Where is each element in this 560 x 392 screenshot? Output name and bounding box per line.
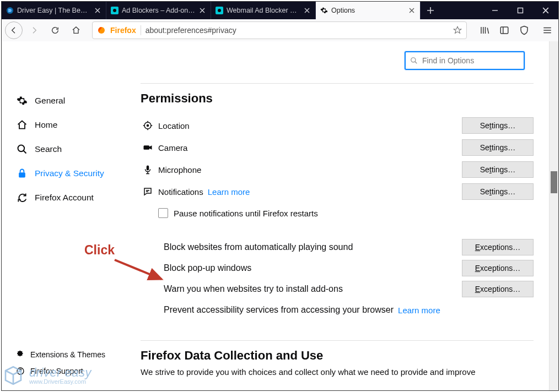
tab-label: Options (331, 7, 405, 14)
svg-point-2 (113, 9, 116, 12)
close-icon[interactable] (198, 7, 206, 14)
checkbox[interactable] (158, 208, 168, 218)
link-label: Extensions & Themes (30, 350, 105, 359)
nav-toolbar: Firefox about:preferences#privacy (2, 19, 558, 42)
perm-location: Location Settings… (141, 115, 534, 137)
favicon-amo (216, 7, 223, 14)
close-icon[interactable] (303, 7, 311, 14)
svg-rect-7 (500, 27, 508, 34)
opt-prevent-a11y: Prevent accessibility services from acce… (141, 300, 534, 320)
chat-icon (141, 187, 155, 197)
tab-options[interactable]: Options (316, 2, 421, 19)
section-heading: Permissions (141, 91, 534, 106)
tab-label: Ad Blockers – Add-ons fo… (122, 7, 195, 14)
settings-button[interactable]: Settings… (462, 139, 534, 156)
home-button[interactable] (67, 21, 85, 40)
annotation-label: Click (84, 243, 115, 258)
support-link[interactable]: Firefox Support (16, 363, 105, 379)
checkbox-label: Block websites from automatically playin… (164, 242, 353, 252)
search-input[interactable] (421, 56, 520, 66)
opt-block-popups: Block pop-up windows Exceptions… (141, 258, 534, 279)
new-tab-button[interactable] (421, 2, 440, 19)
learn-more-link[interactable]: Learn more (208, 187, 250, 197)
tab-webmail[interactable]: Webmail Ad Blocker – Ge… (211, 2, 316, 19)
search-icon (16, 144, 28, 155)
cat-label: Firefox Account (35, 193, 94, 203)
checkbox-label: Warn you when websites try to install ad… (164, 284, 343, 294)
cat-label: Privacy & Security (35, 168, 104, 178)
tab-adblockers[interactable]: Ad Blockers – Add-ons fo… (106, 2, 211, 19)
perm-label: Location (158, 121, 190, 130)
tab-label: Driver Easy | The Best Fr… (17, 7, 90, 14)
bookmark-star-icon[interactable] (453, 26, 462, 35)
exceptions-button[interactable]: Exceptions… (462, 260, 534, 276)
cat-privacy[interactable]: Privacy & Security (16, 161, 126, 186)
gear-icon (16, 95, 28, 106)
cat-label: Search (35, 144, 62, 154)
perm-label: Microphone (158, 165, 201, 175)
shield-icon[interactable] (516, 23, 532, 38)
vertical-scrollbar[interactable] (549, 41, 558, 390)
perm-notifications: Notifications Learn more Settings… (141, 181, 534, 203)
close-icon[interactable] (408, 7, 416, 14)
checkbox-label: Pause notifications until Firefox restar… (174, 209, 318, 218)
exceptions-button[interactable]: Exceptions… (462, 239, 534, 255)
home-icon (16, 119, 28, 130)
link-label: Firefox Support (30, 367, 83, 375)
settings-button[interactable]: Settings… (462, 183, 534, 200)
cat-account[interactable]: Firefox Account (16, 186, 126, 210)
svg-point-8 (411, 58, 416, 62)
favicon-amo (111, 7, 119, 14)
cat-search[interactable]: Search (16, 137, 126, 161)
svg-rect-5 (518, 8, 523, 13)
help-icon (16, 367, 25, 375)
svg-point-12 (147, 124, 149, 127)
library-icon[interactable] (477, 23, 492, 38)
search-icon (410, 57, 418, 64)
close-window-button[interactable] (533, 2, 558, 19)
maximize-button[interactable] (508, 2, 533, 19)
learn-more-link[interactable]: Learn more (398, 306, 440, 315)
category-list: General Home Search Privacy & Security F… (16, 89, 126, 210)
sync-icon (16, 192, 28, 203)
puzzle-icon (16, 350, 25, 359)
opt-block-autoplay: Block websites from automatically playin… (141, 237, 534, 258)
svg-rect-14 (144, 145, 150, 150)
sidebar-icon[interactable] (497, 23, 512, 38)
tab-drivereasy[interactable]: Driver Easy | The Best Fr… (2, 2, 106, 19)
extensions-link[interactable]: Extensions & Themes (16, 346, 105, 363)
mic-icon (141, 165, 155, 175)
cat-label: Home (35, 120, 57, 130)
cat-general[interactable]: General (16, 89, 126, 113)
camera-icon (141, 143, 155, 153)
svg-point-9 (18, 145, 25, 152)
exceptions-button[interactable]: Exceptions… (462, 281, 534, 297)
forward-button[interactable] (25, 21, 44, 40)
settings-button[interactable]: Settings… (462, 161, 534, 178)
settings-panel: Permissions Location Settings… Camera Se… (141, 83, 534, 377)
perm-label: Camera (158, 143, 187, 153)
close-icon[interactable] (94, 7, 101, 14)
checkbox-label: Prevent accessibility services from acce… (164, 305, 394, 315)
url-identity: Firefox (110, 26, 136, 35)
section-heading: Firefox Data Collection and Use (141, 349, 534, 363)
location-icon (141, 121, 155, 130)
back-button[interactable] (5, 21, 23, 39)
settings-button[interactable]: Settings… (462, 117, 534, 134)
minimize-button[interactable] (482, 2, 508, 19)
cat-label: General (35, 96, 65, 106)
cat-home[interactable]: Home (16, 113, 126, 137)
pause-notifications-row: Pause notifications until Firefox restar… (158, 203, 534, 224)
svg-point-4 (218, 9, 221, 12)
url-bar[interactable]: Firefox about:preferences#privacy (92, 21, 467, 39)
app-menu-button[interactable] (540, 25, 555, 35)
tab-strip: Driver Easy | The Best Fr… Ad Blockers –… (2, 2, 558, 19)
svg-rect-15 (147, 166, 149, 171)
window-controls (482, 2, 558, 19)
lock-icon (16, 168, 28, 179)
perm-microphone: Microphone Settings… (141, 159, 534, 181)
reload-button[interactable] (46, 21, 64, 40)
url-text: about:preferences#privacy (146, 26, 449, 35)
checkbox-label: Block pop-up windows (164, 263, 251, 273)
options-search[interactable] (405, 51, 525, 70)
